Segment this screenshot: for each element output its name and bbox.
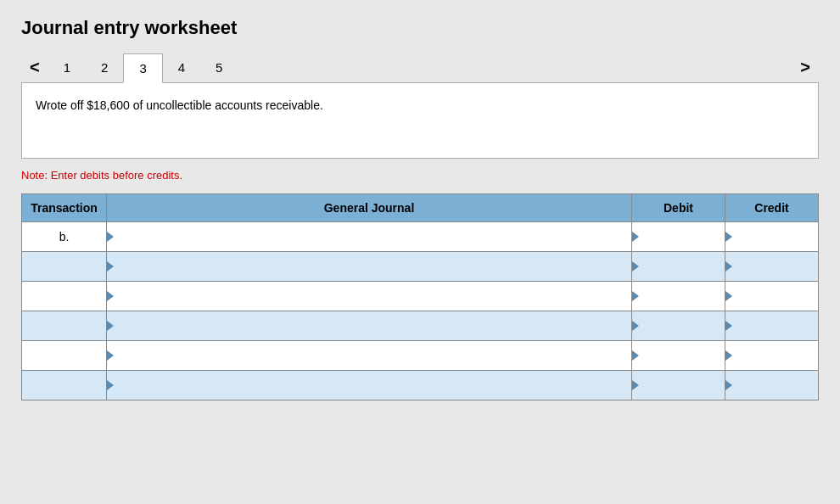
credit-input[interactable] [725,341,818,370]
credit-cell[interactable] [725,282,819,311]
credit-cell[interactable] [725,311,819,341]
credit-input[interactable] [725,252,818,281]
debit-cell[interactable] [632,341,725,371]
tab-3[interactable]: 3 [123,53,162,83]
note-text: Note: Enter debits before credits. [21,169,819,182]
credit-cell[interactable] [725,371,819,400]
credit-cell[interactable] [725,341,819,371]
transaction-cell [22,311,107,341]
transaction-cell [22,371,107,400]
table-row [22,252,819,282]
description-text: Wrote off $18,600 of uncollectible accou… [36,98,323,112]
debit-input[interactable] [632,222,725,251]
credit-input[interactable] [725,311,818,340]
description-box: Wrote off $18,600 of uncollectible accou… [21,82,819,159]
tab-4[interactable]: 4 [163,53,200,81]
credit-input[interactable] [725,371,818,400]
table-row [22,341,819,371]
transaction-cell [22,341,107,371]
debit-cell[interactable] [632,371,725,400]
next-arrow[interactable]: > [792,53,819,82]
page-title: Journal entry worksheet [21,17,819,39]
credit-cell[interactable] [725,252,819,282]
transaction-cell [22,282,107,311]
general-journal-cell[interactable] [107,222,632,252]
table-row [22,371,819,400]
journal-table: Transaction General Journal Debit Credit… [21,193,819,400]
credit-cell[interactable] [725,222,819,252]
credit-input[interactable] [725,282,818,311]
general-journal-cell[interactable] [107,311,632,341]
general-journal-cell[interactable] [107,252,632,282]
table-row [22,311,819,341]
general-journal-input[interactable] [107,371,631,400]
tabs-container: < 1 2 3 4 5 > [21,53,819,82]
debit-input[interactable] [632,311,725,340]
debit-header: Debit [632,194,725,222]
tab-5[interactable]: 5 [200,53,238,81]
table-row: b. [22,222,819,252]
debit-input[interactable] [632,282,725,311]
tab-2[interactable]: 2 [86,53,123,81]
prev-arrow[interactable]: < [21,53,48,82]
general-journal-cell[interactable] [107,341,632,371]
transaction-cell [22,252,107,282]
general-journal-input[interactable] [107,252,631,281]
tab-1[interactable]: 1 [48,53,86,81]
table-row [22,282,819,311]
debit-cell[interactable] [632,252,725,282]
general-journal-input[interactable] [107,311,631,340]
credit-header: Credit [725,194,819,222]
general-journal-input[interactable] [107,341,631,370]
debit-input[interactable] [632,341,725,370]
transaction-header: Transaction [22,194,107,222]
debit-cell[interactable] [632,282,725,311]
debit-input[interactable] [632,371,725,400]
general-journal-header: General Journal [107,194,632,222]
general-journal-input[interactable] [107,282,631,311]
debit-cell[interactable] [632,222,725,252]
debit-cell[interactable] [632,311,725,341]
debit-input[interactable] [632,252,725,281]
credit-input[interactable] [725,222,818,251]
general-journal-cell[interactable] [107,282,632,311]
general-journal-cell[interactable] [107,371,632,400]
transaction-cell: b. [22,222,107,252]
general-journal-input[interactable] [107,222,631,251]
